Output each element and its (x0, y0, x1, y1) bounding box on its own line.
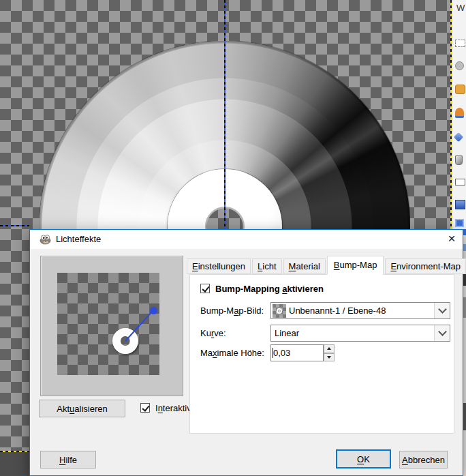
label-part: K (364, 454, 370, 464)
close-icon[interactable]: × (440, 230, 463, 249)
thumbnail-disc-dot (277, 308, 282, 314)
tab-bump-map[interactable]: Bump-Map (327, 256, 384, 275)
sliver-fragment (463, 403, 466, 430)
settings-tabstrip: Einstellungen Licht Material Bump-Map En… (187, 256, 466, 274)
max-height-spinner (324, 344, 335, 361)
max-height-label: Maximale Höhe: (200, 348, 264, 358)
sliver-fragment (463, 229, 466, 235)
tab-licht[interactable]: Licht (252, 258, 281, 274)
label-mnemonic: M (289, 261, 296, 271)
light-direction-line (125, 310, 154, 341)
dropdown-button[interactable] (434, 325, 450, 341)
spin-down-button[interactable] (324, 353, 335, 362)
label-part: aterial (296, 261, 320, 271)
move-tool-icon[interactable] (455, 179, 465, 185)
dialog-title: Lichteffekte (56, 234, 101, 244)
ok-button[interactable]: OK (336, 449, 391, 468)
dialog-titlebar[interactable]: Lichteffekte × (30, 230, 463, 249)
bump-mapping-enable-label: Bump-Mapping aktivieren (215, 284, 324, 294)
label-mnemonic: A (402, 455, 408, 465)
label-part: Bump-Mapping (215, 284, 282, 294)
bump-map-image-dropdown[interactable]: Unbenannt-1 / Ebene-48 (270, 302, 450, 319)
lichteffekte-dialog: Lichteffekte × Aktualisieren Interaktiv … (29, 229, 463, 476)
bump-map-tab-panel: Bump-Mapping aktivieren Bump-Map-Bild: U… (189, 274, 454, 434)
ink-tool-icon[interactable] (455, 155, 463, 165)
label-mnemonic: E (192, 261, 198, 271)
label-part: Akt (57, 404, 69, 414)
label-part: imale Höhe: (217, 348, 264, 358)
paintbrush-tool-icon[interactable] (454, 132, 463, 142)
arrow-up-icon (327, 347, 331, 350)
checkmark-icon (142, 404, 149, 412)
max-height-value: 0,03 (273, 348, 290, 358)
help-button[interactable]: Hilfe (40, 451, 96, 468)
label-mnemonic: O (357, 454, 364, 464)
toolbox-title-partial: W (456, 3, 465, 13)
label-mnemonic: n (158, 403, 163, 413)
label-part: ve: (214, 328, 226, 338)
bump-map-image-value: Unbenannt-1 / Ebene-48 (289, 306, 386, 316)
label-part: Ma (200, 348, 213, 358)
label-mnemonic: H (59, 455, 65, 465)
transform-tool-icon[interactable] (455, 219, 464, 227)
toolbox-panel-partial: W (452, 0, 466, 229)
max-height-input[interactable]: 0,03 (270, 344, 324, 361)
label-part: Bump-M (200, 306, 234, 316)
preview-checkerboard (57, 273, 159, 375)
vertical-guide[interactable] (224, 0, 226, 229)
interactive-label: Interaktiv (155, 403, 191, 413)
label-mnemonic: E (390, 261, 397, 271)
ellipse-select-tool-icon[interactable] (455, 61, 464, 70)
chevron-down-icon (438, 327, 447, 336)
label-part: Ku (200, 328, 211, 338)
label-part: ump-Map (339, 260, 377, 270)
label-part: ilfe (65, 455, 77, 465)
update-preview-button[interactable]: Aktualisieren (39, 400, 125, 417)
rect-select-tool-icon[interactable] (455, 40, 465, 47)
curve-label: Kurve: (200, 328, 226, 338)
curve-value: Linear (271, 328, 299, 338)
dropdown-button[interactable] (434, 303, 450, 318)
label-part: nvironment-Map (397, 261, 461, 271)
sliver-fragment (463, 244, 466, 251)
label-mnemonic: u (69, 404, 74, 414)
gimp-screen: W Lichteffekte × (0, 0, 466, 476)
free-select-tool-icon[interactable] (455, 85, 465, 94)
checkmark-icon (202, 284, 209, 293)
curve-dropdown[interactable]: Linear (270, 325, 450, 342)
chevron-down-icon (438, 305, 447, 314)
label-part: bbrechen (408, 455, 445, 465)
label-part: alisieren (74, 404, 107, 414)
scissors-select-tool-icon[interactable] (455, 108, 464, 118)
tab-material[interactable]: Material (283, 258, 326, 274)
tab-environment-map[interactable]: Environment-Map (385, 258, 466, 274)
light-position-handle[interactable] (150, 307, 157, 314)
bump-map-image-label: Bump-Map-Bild: (200, 306, 264, 316)
light-preview-area[interactable] (40, 256, 183, 396)
gradient-tool-icon[interactable] (455, 200, 465, 209)
interactive-checkbox[interactable] (140, 403, 150, 413)
label-part: ktivieren (287, 284, 323, 294)
sliver-fragment (463, 297, 466, 318)
spin-up-button[interactable] (324, 344, 335, 353)
label-part: p-Bild: (238, 306, 264, 316)
label-part: instellungen (198, 261, 245, 271)
label-part: teraktiv (163, 403, 191, 413)
gimp-wilber-icon (40, 234, 51, 245)
layer-thumbnail (273, 304, 286, 318)
horizontal-guide[interactable] (0, 225, 29, 226)
cancel-button[interactable]: Abbrechen (399, 451, 448, 468)
arrow-down-icon (327, 356, 331, 359)
bump-mapping-enable-checkbox[interactable] (200, 284, 210, 293)
label-part: icht (262, 261, 276, 271)
tab-einstellungen[interactable]: Einstellungen (187, 258, 251, 274)
